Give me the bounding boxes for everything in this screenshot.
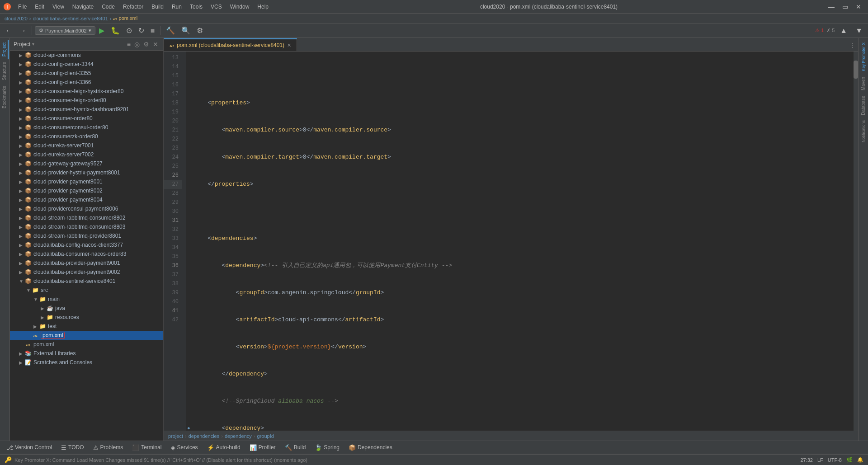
tree-item-config-client-3366[interactable]: ▶ 📦 cloud-config-client-3366 [10, 78, 163, 87]
menu-code[interactable]: Code [98, 3, 118, 11]
nav-up-button[interactable]: ▲ [837, 25, 850, 37]
tree-item-payment8002[interactable]: ▶ 📦 cloud-provider-payment8002 [10, 186, 163, 195]
close-button[interactable]: ✕ [853, 1, 864, 13]
tree-item-consumer-nacos-order83[interactable]: ▶ 📦 cloudalibaba-consumer-nacos-order83 [10, 249, 163, 258]
bc-cloud2020[interactable]: cloud2020 [5, 16, 28, 21]
nav-down-button[interactable]: ▼ [853, 25, 865, 37]
tree-item-external-libraries[interactable]: ▶ 📚 External Libraries [10, 349, 163, 358]
structure-tab[interactable]: Structure [1, 59, 9, 83]
tree-item-rabbitmq-consumer8802[interactable]: ▶ 📦 cloud-stream-rabbitmq-consumer8802 [10, 213, 163, 222]
build-tab[interactable]: 🔨 Build [280, 442, 311, 453]
tree-item-config-center[interactable]: ▶ 📦 cloud-config-center-3344 [10, 60, 163, 69]
tree-item-nacos-client3377[interactable]: ▶ 📦 cloudalibaba-config-nacos-client3377 [10, 240, 163, 249]
tree-item-payment8001[interactable]: ▶ 📦 cloud-provider-payment8001 [10, 177, 163, 186]
tree-item-rabbitmq-provider8801[interactable]: ▶ 📦 cloud-stream-rabbitmq-provider8801 [10, 231, 163, 240]
tree-item-providerconsul[interactable]: ▶ 📦 cloud-providerconsul-payment8006 [10, 204, 163, 213]
more-tabs-button[interactable]: ⋮ [847, 39, 858, 51]
menu-build[interactable]: Build [148, 3, 167, 11]
tree-item-pom-xml-selected[interactable]: ▶ 𝓂 pom.xml [10, 331, 163, 340]
project-tab[interactable]: Project [1, 40, 9, 59]
tree-item-config-client-3355[interactable]: ▶ 📦 cloud-config-client-3355 [10, 69, 163, 78]
profile-button[interactable]: ↻ [136, 25, 147, 37]
code-content[interactable]: <properties> <maven.compiler.source>8</m… [186, 52, 854, 431]
bc-module[interactable]: cloudalibaba-sentinel-service8401 [33, 16, 108, 21]
terminal-tab[interactable]: ⬛ Terminal [127, 442, 166, 453]
tree-item-provider-payment9001[interactable]: ▶ 📦 cloudalibaba-provider-payment9001 [10, 258, 163, 268]
tree-item-consumer-feign-order[interactable]: ▶ 📦 cloud-consumer-feign-order80 [10, 96, 163, 105]
menu-edit[interactable]: Edit [31, 3, 48, 11]
editor-tab-pom-xml[interactable]: 𝓂 pom.xml (cloudalibaba-sentinel-service… [164, 38, 297, 51]
coverage-button[interactable]: ⊙ [123, 25, 135, 37]
tree-item-scratches[interactable]: ▶ 📝 Scratches and Consoles [10, 358, 163, 367]
tree-item-sentinel-8401[interactable]: ▼ 📦 cloudalibaba-sentinel-service8401 [10, 277, 163, 286]
services-tab[interactable]: ◈ Services [166, 442, 203, 453]
menu-refactor[interactable]: Refactor [119, 3, 147, 11]
auto-build-tab[interactable]: ⚡ Auto-build [203, 442, 245, 453]
stop-button[interactable]: ■ [148, 25, 158, 37]
menu-help[interactable]: Help [254, 3, 272, 11]
maven-tab[interactable]: Maven [860, 74, 867, 93]
collapse-all-button[interactable]: ≡ [126, 40, 132, 48]
run-button[interactable]: ▶ [96, 25, 107, 37]
menu-tools[interactable]: Tools [186, 3, 206, 11]
tree-item-resources[interactable]: ▶ 📁 resources [10, 313, 163, 322]
menu-navigate[interactable]: Navigate [69, 3, 97, 11]
tree-item-test[interactable]: ▶ 📁 test [10, 322, 163, 331]
bookmarks-tab[interactable]: Bookmarks [1, 83, 9, 111]
spring-tab[interactable]: 🍃 Spring [310, 442, 344, 453]
run-configuration[interactable]: ⚙ PaymentMain9002 ▾ [35, 26, 95, 35]
tree-item-cloud-api-commons[interactable]: ▶ 📦 cloud-api-commons [10, 51, 163, 60]
tab-close-button[interactable]: ✕ [287, 42, 291, 48]
back-button[interactable]: ← [3, 25, 15, 37]
tree-item-hystrix-payment[interactable]: ▶ 📦 cloud-provider-hystrix-payment8001 [10, 168, 163, 177]
tree-item-consumerconsul[interactable]: ▶ 📦 cloud-consumerconsul-order80 [10, 123, 163, 132]
bc-dependency[interactable]: dependency [225, 433, 252, 439]
dependencies-tab[interactable]: 📦 Dependencies [344, 442, 397, 453]
tree-item-main[interactable]: ▼ 📁 main [10, 295, 163, 304]
tree-item-consumerzk[interactable]: ▶ 📦 cloud-consumerzk-order80 [10, 132, 163, 141]
cursor-position[interactable]: 27:32 [800, 457, 813, 463]
window-controls[interactable]: — ▭ ✕ [826, 1, 864, 13]
build-button[interactable]: 🔨 [163, 25, 178, 37]
version-control-tab[interactable]: ⎇ Version Control [2, 442, 57, 453]
forward-button[interactable]: → [16, 25, 29, 37]
tree-item-provider-payment9002[interactable]: ▶ 📦 cloudalibaba-provider-payment9002 [10, 268, 163, 277]
project-settings-button[interactable]: ⚙ [142, 40, 151, 48]
tree-item-payment8004[interactable]: ▶ 📦 cloud-provider-payment8004 [10, 195, 163, 204]
tree-item-rabbitmq-consumer8803[interactable]: ▶ 📦 cloud-stream-rabbitmq-consumer8803 [10, 222, 163, 231]
menu-file[interactable]: File [14, 3, 30, 11]
maximize-button[interactable]: ▭ [839, 1, 851, 13]
todo-tab[interactable]: ☰ TODO [57, 442, 88, 453]
notifications-tab[interactable]: Notifications [860, 117, 867, 145]
vertical-scrollbar[interactable] [854, 52, 858, 431]
key-promoter-tab[interactable]: Key Promoter X [860, 40, 867, 74]
tree-item-consumer-order80[interactable]: ▶ 📦 cloud-consumer-order80 [10, 114, 163, 123]
minimize-button[interactable]: — [826, 1, 837, 13]
tree-item-gateway[interactable]: ▶ 📦 cloud-gateway-gateway9527 [10, 159, 163, 168]
bc-dependencies[interactable]: dependencies [189, 433, 220, 439]
database-tab[interactable]: Database [860, 93, 867, 118]
debug-button[interactable]: 🐛 [108, 25, 123, 37]
project-panel-dropdown[interactable]: ▾ [32, 42, 34, 47]
tree-item-eureka-7001[interactable]: ▶ 📦 cloud-eureka-server7001 [10, 141, 163, 150]
tree-item-java[interactable]: ▶ ☕ java [10, 304, 163, 313]
bc-groupid[interactable]: groupId [257, 433, 274, 439]
menu-vcs[interactable]: VCS [207, 3, 226, 11]
tree-item-src[interactable]: ▼ 📁 src [10, 286, 163, 295]
menu-window[interactable]: Window [226, 3, 253, 11]
settings-button[interactable]: ⚙ [194, 25, 206, 37]
tree-item-pom-xml-root[interactable]: ▶ 𝓂 pom.xml [10, 340, 163, 349]
tree-item-eureka-7002[interactable]: ▶ 📦 cloud-eureka-server7002 [10, 150, 163, 159]
menu-bar[interactable]: File Edit View Navigate Code Refactor Bu… [14, 3, 272, 11]
locate-file-button[interactable]: ◎ [133, 40, 141, 48]
bc-file[interactable]: 𝓂 pom.xml [113, 15, 137, 21]
line-separator[interactable]: LF [817, 457, 823, 463]
profiler-tab[interactable]: 📊 Profiler [245, 442, 280, 453]
bc-project[interactable]: project [168, 433, 183, 439]
encoding[interactable]: UTF-8 [828, 457, 842, 463]
tree-item-consumer-hystrix-dash[interactable]: ▶ 📦 cloud-consumer-hystrix-dashboard9201 [10, 105, 163, 114]
problems-tab[interactable]: ⚠ Problems [89, 442, 128, 453]
tree-item-consumer-feign-hystrix[interactable]: ▶ 📦 cloud-consumer-feign-hystrix-order80 [10, 87, 163, 96]
close-panel-button[interactable]: ✕ [151, 40, 160, 48]
search-everywhere-button[interactable]: 🔍 [179, 25, 193, 37]
